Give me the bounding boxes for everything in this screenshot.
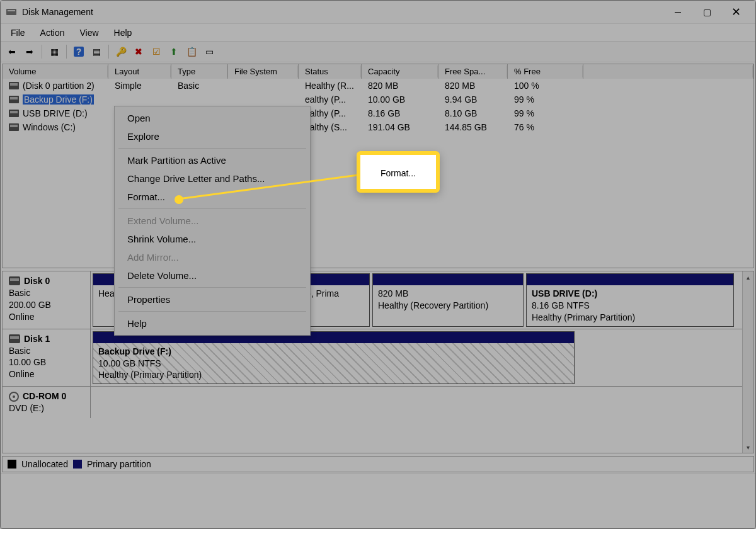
menu-separator (118, 148, 306, 149)
toolbar: ⬅ ➡ ▦ ? ▤ 🔑 ✖ ☑ ⬆ 📋 ▭ (1, 41, 755, 62)
volume-pctfree: 100 % (508, 79, 583, 92)
legend-primary-label: Primary partition (87, 459, 151, 469)
callout-highlight: Format... (357, 151, 440, 193)
menu-item-help[interactable]: Help (115, 314, 310, 332)
drive-icon (9, 123, 19, 131)
volume-layout (108, 93, 171, 106)
menu-bar: File Action View Help (1, 23, 755, 41)
menu-view[interactable]: View (72, 25, 106, 40)
volume-name: USB DRIVE (D:) (23, 108, 88, 118)
disk0-label[interactable]: Disk 0 Basic 200.00 GB Online (3, 271, 91, 329)
col-pctfree[interactable]: % Free (508, 64, 583, 79)
col-type[interactable]: Type (171, 64, 228, 79)
legend-unallocated-label: Unallocated (21, 459, 68, 469)
help-icon[interactable]: ? (71, 44, 86, 59)
disk1-partition-backup[interactable]: Backup Drive (F:) 10.00 GB NTFS Healthy … (93, 331, 575, 385)
drive-icon (9, 82, 19, 89)
menu-item-mark-partition-as-active[interactable]: Mark Partition as Active (115, 151, 310, 169)
menu-item-delete-volume[interactable]: Delete Volume... (115, 266, 310, 285)
menu-action[interactable]: Action (33, 25, 72, 40)
cdrom-label[interactable]: CD-ROM 0 DVD (E:) (3, 387, 91, 418)
volume-layout: Simple (108, 79, 171, 92)
col-volume[interactable]: Volume (3, 64, 108, 79)
volume-type (171, 93, 228, 106)
volume-capacity: 8.16 GB (362, 107, 438, 120)
menu-item-add-mirror: Add Mirror... (115, 248, 310, 266)
menu-item-properties[interactable]: Properties (115, 290, 310, 309)
menu-separator (118, 311, 306, 312)
volume-list-header: Volume Layout Type File System Status Ca… (3, 64, 753, 79)
volume-name: Windows (C:) (23, 122, 76, 132)
app-icon (6, 6, 17, 18)
delete-icon[interactable]: ✖ (131, 44, 146, 59)
options-icon[interactable]: 📋 (184, 44, 199, 59)
scroll-down-icon[interactable]: ▾ (743, 441, 753, 453)
svg-rect-1 (8, 10, 15, 11)
legend: Unallocated Primary partition (2, 456, 754, 472)
volume-fs (228, 79, 299, 92)
check-icon[interactable]: ☑ (149, 44, 164, 59)
col-filesystem[interactable]: File System (228, 64, 299, 79)
list-icon[interactable]: ▭ (202, 44, 217, 59)
volume-status: ealthy (P... (299, 93, 362, 106)
volume-free: 8.10 GB (438, 107, 508, 120)
disk1-label[interactable]: Disk 1 Basic 10.00 GB Online (3, 329, 91, 387)
volume-capacity: 191.04 GB (362, 121, 438, 134)
menu-item-open[interactable]: Open (115, 109, 310, 127)
volume-free: 144.85 GB (438, 121, 508, 134)
legend-unallocated-swatch (8, 460, 16, 469)
action-icon[interactable]: ⬆ (166, 44, 181, 59)
col-free[interactable]: Free Spa... (438, 64, 508, 79)
hdd-icon (9, 334, 20, 343)
volume-capacity: 820 MB (362, 79, 438, 92)
volume-status: Healthy (R... (299, 79, 362, 92)
disk-management-window: Disk Management ─ ▢ ✕ File Action View H… (0, 0, 756, 529)
menu-file[interactable]: File (3, 25, 33, 40)
back-icon[interactable]: ⬅ (4, 44, 20, 59)
volume-free: 820 MB (438, 79, 508, 92)
menu-item-shrink-volume[interactable]: Shrink Volume... (115, 230, 310, 248)
volume-fs (228, 93, 299, 106)
menu-item-explore[interactable]: Explore (115, 127, 310, 145)
minimize-button[interactable]: ─ (663, 2, 692, 22)
col-status[interactable]: Status (299, 64, 362, 79)
refresh-icon[interactable]: 🔑 (113, 44, 129, 59)
volume-pctfree: 76 % (508, 121, 583, 134)
diskmap-scrollbar[interactable]: ▴ ▾ (742, 271, 753, 453)
disk0-partition-recovery[interactable]: 820 MB Healthy (Recovery Partition) (372, 273, 524, 327)
svg-rect-0 (6, 9, 16, 15)
cd-icon (9, 392, 19, 402)
disk1-row: Disk 1 Basic 10.00 GB Online Backup Driv… (3, 329, 742, 387)
volume-row[interactable]: Backup Drive (F:)ealthy (P...10.00 GB9.9… (3, 93, 753, 106)
volume-name: (Disk 0 partition 2) (23, 81, 94, 91)
legend-primary-swatch (73, 460, 82, 469)
volume-pctfree: 99 % (508, 93, 583, 106)
volume-row[interactable]: (Disk 0 partition 2)SimpleBasicHealthy (… (3, 79, 753, 93)
menu-separator (118, 208, 306, 209)
volume-capacity: 10.00 GB (362, 93, 438, 106)
hdd-icon (9, 276, 20, 285)
volume-name: Backup Drive (F:) (23, 94, 94, 105)
col-layout[interactable]: Layout (108, 64, 171, 79)
volume-type: Basic (171, 79, 228, 92)
disk0-partition-usb[interactable]: USB DRIVE (D:) 8.16 GB NTFS Healthy (Pri… (526, 273, 734, 327)
settings-icon[interactable]: ▤ (89, 44, 104, 59)
menu-item-extend-volume: Extend Volume... (115, 212, 310, 230)
show-hide-icon[interactable]: ▦ (47, 44, 62, 59)
menu-separator (118, 287, 306, 288)
col-capacity[interactable]: Capacity (362, 64, 438, 79)
menu-item-format[interactable]: Format... (115, 188, 310, 206)
cdrom-row: CD-ROM 0 DVD (E:) (3, 387, 742, 418)
scroll-up-icon[interactable]: ▴ (743, 271, 753, 283)
forward-icon[interactable]: ➡ (22, 44, 37, 59)
maximize-button[interactable]: ▢ (692, 2, 721, 22)
window-title: Disk Management (22, 7, 93, 17)
status-bar (1, 474, 755, 489)
menu-item-change-drive-letter-and-paths[interactable]: Change Drive Letter and Paths... (115, 169, 310, 188)
close-button[interactable]: ✕ (721, 2, 750, 22)
drive-icon (9, 110, 19, 117)
volume-context-menu: OpenExploreMark Partition as ActiveChang… (114, 106, 311, 336)
volume-free: 9.94 GB (438, 93, 508, 106)
menu-help[interactable]: Help (106, 25, 140, 40)
title-bar: Disk Management ─ ▢ ✕ (1, 1, 755, 23)
